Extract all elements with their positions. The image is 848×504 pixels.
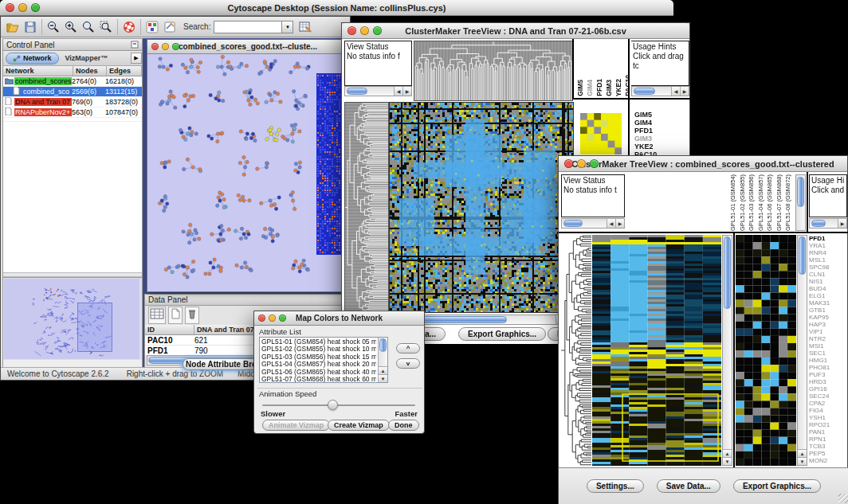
network-canvas[interactable] xyxy=(147,54,348,291)
gene-label[interactable]: PEP5 xyxy=(809,450,847,457)
scroll-left-icon[interactable]: ◀ xyxy=(394,87,402,96)
zoom-region-icon[interactable] xyxy=(97,18,115,36)
gene-label[interactable]: GPI16 xyxy=(809,385,847,393)
gene-label[interactable]: FIG4 xyxy=(809,407,847,414)
gene-label[interactable]: HMG1 xyxy=(809,357,847,364)
tab-network[interactable]: Network xyxy=(6,53,59,64)
zoom-button[interactable] xyxy=(172,43,179,50)
attribute-item[interactable]: GPL51-03 (GSM856) heat shock 15 min xyxy=(261,354,376,361)
new-attribute-icon[interactable] xyxy=(168,307,183,324)
network-table-row[interactable]: DNA and Tran 07769(0)183728(0) xyxy=(3,97,142,107)
cytoscape-titlebar[interactable]: Cytoscape Desktop (Session Name: collins… xyxy=(0,0,673,16)
heatmap-canvas[interactable] xyxy=(592,235,721,466)
birdseye-panel[interactable] xyxy=(3,277,142,360)
help-lifesaver-icon[interactable] xyxy=(120,18,138,36)
minimize-button[interactable] xyxy=(162,43,169,50)
gene-label[interactable]: VIP1 xyxy=(809,328,847,335)
gene-label[interactable]: HRD3 xyxy=(809,378,847,385)
gene-label[interactable]: ELG1 xyxy=(809,292,847,299)
gene-label[interactable]: RNR4 xyxy=(809,249,847,256)
close-button[interactable] xyxy=(151,43,159,50)
scroll-right-icon[interactable]: ▶ xyxy=(838,219,846,228)
resize-grip[interactable] xyxy=(838,494,848,503)
gene-label[interactable]: SEC1 xyxy=(809,350,847,357)
gene-label[interactable]: CPA2 xyxy=(809,400,847,407)
gene-label[interactable]: NIS1 xyxy=(809,278,847,285)
gene-label[interactable]: PHO81 xyxy=(809,364,847,371)
scroll-right-icon[interactable]: ▶ xyxy=(402,87,411,96)
search-input[interactable] xyxy=(214,21,282,33)
zoom-button[interactable] xyxy=(31,3,40,12)
scroll-up-icon[interactable]: ▲ xyxy=(798,449,807,457)
similarity-submatrix-canvas[interactable] xyxy=(580,113,622,154)
close-button[interactable] xyxy=(564,159,573,168)
network-table-row[interactable]: combined_scores2764(0)16218(0) xyxy=(3,76,142,87)
gene-label[interactable]: MSL1 xyxy=(809,256,847,264)
scroll-up-icon[interactable]: ▲ xyxy=(723,449,732,457)
table-edit-icon[interactable] xyxy=(296,18,314,36)
gene-label[interactable]: PUF3 xyxy=(809,371,847,378)
zoom-fit-icon[interactable] xyxy=(80,18,97,36)
vizmapper-icon[interactable] xyxy=(143,18,161,36)
tab-vizmapper[interactable]: VizMapper™ xyxy=(61,54,113,62)
gene-label[interactable]: RPN1 xyxy=(809,436,847,443)
settings-button[interactable]: Settings... xyxy=(587,479,644,493)
attribute-item[interactable]: GPL51-02 (GSM855) heat shock 10 min xyxy=(261,346,376,353)
attribute-item[interactable]: GPL51-07 (GSM868) heat shock 60 min xyxy=(261,376,376,382)
attribute-item[interactable]: GPL51-01 (GSM854) heat shock 05 min xyxy=(261,338,376,346)
gene-list-scrollbar[interactable]: ▲ ▼ xyxy=(797,235,807,466)
view-status-scrollbar[interactable]: ◀▶ xyxy=(561,218,625,229)
gene-label[interactable]: RPO21 xyxy=(809,421,847,428)
save-icon[interactable] xyxy=(22,18,39,36)
gene-label[interactable]: PFD1 xyxy=(809,235,847,242)
column-labels-scrollbar[interactable] xyxy=(795,174,806,231)
animate-vizmap-button[interactable]: Animate Vizmap xyxy=(262,420,330,431)
close-button[interactable] xyxy=(6,3,14,12)
gene-heatmap-canvas[interactable] xyxy=(736,235,796,466)
gene-label[interactable]: SPC98 xyxy=(809,264,847,271)
scroll-down-icon[interactable]: ▼ xyxy=(798,457,807,465)
move-down-button[interactable]: v xyxy=(396,358,420,369)
minimize-button[interactable] xyxy=(360,26,369,35)
column-dendrogram-canvas[interactable] xyxy=(414,41,573,101)
usage-hints-scrollbar[interactable]: ◀▶ xyxy=(631,86,689,96)
close-button[interactable] xyxy=(347,26,356,35)
float-panel-icon[interactable] xyxy=(131,37,139,52)
save-data-button[interactable]: Save Data... xyxy=(657,479,720,493)
scroll-down-icon[interactable]: ▼ xyxy=(723,457,732,465)
attribute-item[interactable]: GPL51-06 (GSM865) heat shock 40 min xyxy=(261,369,376,376)
gene-label[interactable]: HAP3 xyxy=(809,321,847,328)
scroll-up-icon[interactable]: ▲ xyxy=(379,366,387,374)
row-dendrogram-canvas[interactable] xyxy=(561,235,591,466)
zoom-out-icon[interactable] xyxy=(45,18,62,36)
zoom-button[interactable] xyxy=(590,159,599,168)
export-graphics-button[interactable]: Export Graphics... xyxy=(733,479,821,493)
row-dendrogram-canvas[interactable] xyxy=(344,102,389,313)
zoom-in-icon[interactable] xyxy=(62,18,80,36)
view-status-scrollbar[interactable]: ◀▶ xyxy=(344,86,412,96)
tab-overflow-button[interactable]: ▶ xyxy=(131,53,142,64)
speed-slider-thumb[interactable] xyxy=(328,400,338,410)
move-up-button[interactable]: ^ xyxy=(396,343,420,354)
gene-label[interactable]: TCB3 xyxy=(809,443,847,450)
annotation-icon[interactable] xyxy=(161,18,179,36)
gene-label[interactable]: GTB1 xyxy=(809,307,847,314)
gene-list[interactable]: PFD1YRA1RNR4MSL1SPC98CLN1NIS1BUD4ELG1MAK… xyxy=(809,235,847,466)
open-folder-icon[interactable] xyxy=(4,18,22,36)
scroll-right-icon[interactable]: ▶ xyxy=(615,219,624,228)
zoom-button[interactable] xyxy=(373,26,382,35)
heatmap-canvas[interactable] xyxy=(389,102,574,313)
heatmap-vscrollbar[interactable]: ▲ ▼ xyxy=(722,235,732,466)
done-button[interactable]: Done xyxy=(388,420,419,431)
gene-label[interactable]: MON2 xyxy=(809,457,847,464)
gene-label[interactable]: PAN1 xyxy=(809,428,847,436)
scroll-left-icon[interactable]: ◀ xyxy=(607,219,615,228)
minimize-button[interactable] xyxy=(18,3,27,12)
attribute-list-scrollbar[interactable]: ▲ ▼ xyxy=(378,338,387,382)
network-table-row[interactable]: RNAPuberNov2+563(0)107847(0) xyxy=(3,107,142,118)
minimize-button[interactable] xyxy=(577,159,586,168)
zoom-button[interactable] xyxy=(279,315,286,322)
gene-label[interactable]: YRA1 xyxy=(809,242,847,249)
create-vizmap-button[interactable]: Create Vizmap xyxy=(328,420,390,431)
close-button[interactable] xyxy=(258,315,265,322)
